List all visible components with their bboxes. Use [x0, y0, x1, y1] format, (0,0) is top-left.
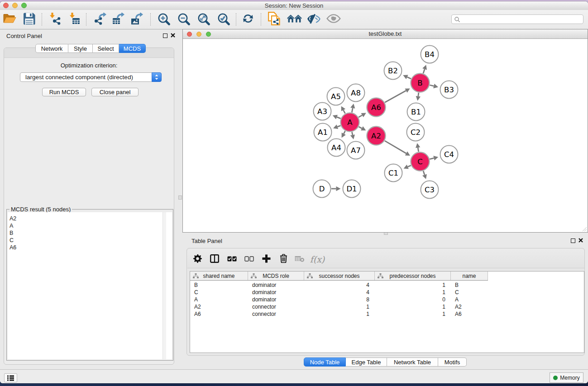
- control-panel-float-button[interactable]: [163, 33, 167, 38]
- node-C4[interactable]: C4: [440, 146, 458, 163]
- node-B2[interactable]: B2: [384, 62, 402, 80]
- zoom-out-button[interactable]: [175, 11, 192, 28]
- window-resize-grip[interactable]: [581, 226, 587, 232]
- mcds-result-item[interactable]: C: [8, 237, 172, 244]
- function-builder-button[interactable]: f(x): [307, 252, 327, 267]
- zoom-in-button[interactable]: [155, 11, 172, 28]
- column-header-4[interactable]: name: [451, 272, 488, 280]
- deselect-all-button[interactable]: [241, 252, 257, 267]
- node-A5[interactable]: A5: [327, 88, 345, 105]
- cell-shared_name[interactable]: A: [194, 296, 198, 303]
- edge-C-C4[interactable]: [430, 158, 434, 159]
- node-D1[interactable]: D1: [343, 180, 361, 198]
- delete-row-button[interactable]: [276, 252, 291, 267]
- open-session-button[interactable]: [1, 11, 18, 28]
- cell-name[interactable]: A: [455, 296, 459, 303]
- cell-predecessor[interactable]: 1: [442, 303, 445, 310]
- show-selected-button[interactable]: [325, 11, 342, 28]
- cell-shared_name[interactable]: A6: [194, 310, 201, 318]
- cell-name[interactable]: A6: [455, 310, 462, 318]
- cell-shared_name[interactable]: B: [194, 281, 198, 289]
- save-session-button[interactable]: [20, 11, 38, 28]
- columns-button[interactable]: [207, 252, 222, 267]
- cell-mcds_role[interactable]: dominator: [252, 281, 276, 289]
- run-mcds-button[interactable]: Run MCDS: [42, 88, 86, 96]
- node-A8[interactable]: A8: [347, 84, 365, 102]
- cell-successor[interactable]: 1: [366, 310, 369, 318]
- mcds-result-item[interactable]: A2: [8, 215, 172, 222]
- node-C3[interactable]: C3: [421, 181, 439, 199]
- cell-name[interactable]: A2: [455, 303, 462, 310]
- cell-name[interactable]: C: [455, 289, 459, 296]
- node-A1[interactable]: A1: [314, 124, 332, 141]
- control-tab-style[interactable]: Style: [68, 44, 93, 53]
- control-tab-mcds[interactable]: MCDS: [119, 44, 146, 53]
- node-C2[interactable]: C2: [407, 124, 425, 141]
- column-header-0[interactable]: shared name: [190, 272, 248, 280]
- hide-selected-button[interactable]: [305, 11, 322, 28]
- duplicate-network-button[interactable]: [265, 11, 282, 28]
- node-C1[interactable]: C1: [385, 164, 402, 182]
- refresh-button[interactable]: [239, 11, 257, 28]
- cell-mcds_role[interactable]: dominator: [252, 296, 276, 303]
- mcds-result-item[interactable]: A: [8, 222, 172, 229]
- cell-predecessor[interactable]: 1: [442, 289, 445, 296]
- node-A[interactable]: A: [341, 113, 359, 132]
- edge-C-C1[interactable]: [408, 166, 411, 167]
- add-row-button[interactable]: [258, 252, 274, 267]
- export-image-button[interactable]: [129, 11, 146, 28]
- edge-C-C3[interactable]: [423, 171, 425, 175]
- control-tab-network[interactable]: Network: [35, 44, 68, 53]
- cell-mcds_role[interactable]: connector: [252, 310, 276, 318]
- table-tab-network-table[interactable]: Network Table: [387, 357, 438, 367]
- node-B3[interactable]: B3: [440, 81, 458, 99]
- memory-button[interactable]: Memory: [550, 372, 583, 383]
- cell-successor[interactable]: 4: [366, 289, 369, 296]
- edge-A-A7[interactable]: [352, 132, 353, 135]
- column-header-2[interactable]: successor nodes: [304, 272, 375, 280]
- column-header-3[interactable]: predecessor nodes: [375, 272, 451, 280]
- cell-predecessor[interactable]: 1: [442, 281, 445, 289]
- export-network-button[interactable]: [92, 11, 109, 28]
- cell-mcds_role[interactable]: dominator: [252, 289, 276, 296]
- edge-A6-B[interactable]: [385, 91, 406, 102]
- table-tab-edge-table[interactable]: Edge Table: [346, 357, 387, 367]
- node-A3[interactable]: A3: [314, 103, 331, 120]
- column-header-1[interactable]: MCDS role: [248, 272, 304, 280]
- cell-name[interactable]: B: [455, 281, 459, 289]
- edge-A-A3[interactable]: [337, 117, 340, 119]
- cell-shared_name[interactable]: C: [194, 289, 198, 296]
- export-table-button[interactable]: [110, 11, 127, 28]
- cell-mcds_role[interactable]: connector: [252, 303, 276, 310]
- cell-successor[interactable]: 4: [366, 281, 369, 289]
- network-canvas[interactable]: A A1 A2 A3 A4 A5 A6 A7 A8 B B1 B2 B3: [183, 39, 588, 233]
- table-panel-float-button[interactable]: [571, 238, 575, 243]
- import-network-button[interactable]: [46, 11, 63, 28]
- edge-B-B4[interactable]: [423, 69, 425, 73]
- cell-successor[interactable]: 8: [366, 296, 369, 303]
- edge-A-A6[interactable]: [359, 115, 362, 118]
- node-A7[interactable]: A7: [347, 142, 365, 159]
- mcds-result-item[interactable]: B: [8, 229, 172, 237]
- delete-table-button[interactable]: [292, 252, 307, 267]
- criterion-dropdown[interactable]: largest connected component (directed): [20, 72, 162, 82]
- edge-C-C2[interactable]: [418, 148, 419, 152]
- node-B4[interactable]: B4: [421, 46, 439, 63]
- zoom-fit-button[interactable]: [195, 11, 212, 28]
- show-all-button[interactable]: [286, 11, 303, 28]
- edge-A-A5[interactable]: [344, 110, 345, 113]
- node-A4[interactable]: A4: [328, 139, 345, 157]
- edge-B-B3[interactable]: [430, 85, 434, 86]
- select-all-button[interactable]: [224, 252, 239, 267]
- dropdown-stepper[interactable]: [152, 72, 162, 82]
- search-input[interactable]: [451, 14, 583, 24]
- node-D[interactable]: D: [313, 180, 331, 198]
- cell-predecessor[interactable]: 1: [442, 310, 445, 318]
- control-tab-select[interactable]: Select: [93, 44, 119, 53]
- edge-A2-C[interactable]: [385, 141, 406, 153]
- mcds-result-item[interactable]: A6: [8, 244, 172, 251]
- cell-shared_name[interactable]: A2: [194, 303, 201, 310]
- edge-B-B1[interactable]: [418, 93, 419, 96]
- import-table-button[interactable]: [66, 11, 83, 28]
- cell-successor[interactable]: 1: [366, 303, 369, 310]
